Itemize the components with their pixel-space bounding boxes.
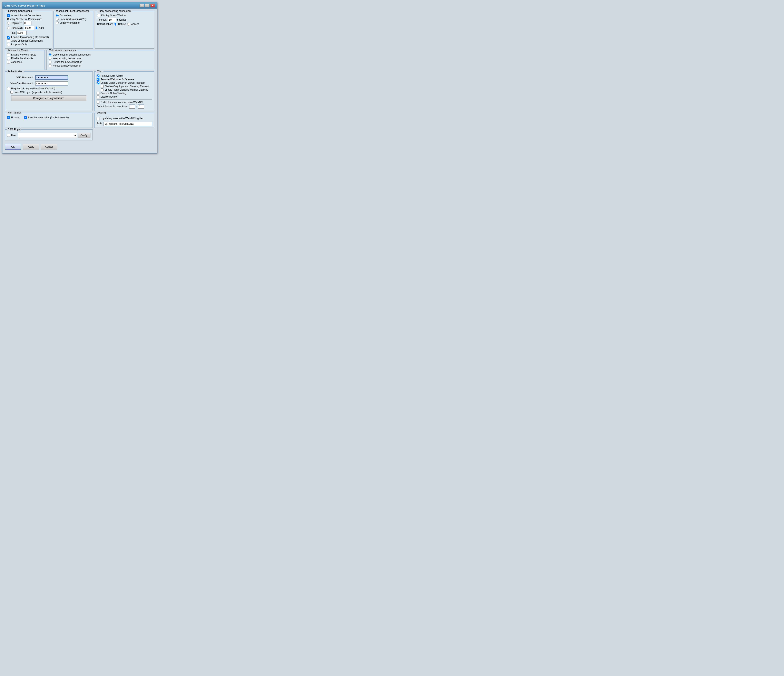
restore-button[interactable]: □	[145, 4, 149, 7]
keyboard-section: Keyboard & Mouse Disable Viewers inputs …	[5, 50, 45, 70]
display-label: Display	[11, 22, 19, 25]
title-bar-controls: ─ □ ✕	[140, 4, 155, 7]
display-radio[interactable]	[7, 22, 10, 25]
timeout-input[interactable]	[108, 18, 116, 22]
lock-workstation-radio[interactable]	[56, 18, 59, 20]
dsm-plugin-title: DSM Plugin	[7, 128, 21, 131]
keep-existing-label: Keep existing connections	[53, 57, 81, 60]
display-query-checkbox[interactable]	[97, 14, 100, 17]
accept-socket-checkbox[interactable]	[7, 14, 10, 17]
content-area: Incoming Connections Accept Socket Conne…	[2, 9, 157, 153]
when-last-section: When Last Client Disconnects Do Nothing …	[53, 11, 93, 48]
disable-only-inputs-checkbox[interactable]	[101, 85, 104, 88]
auth-title: Authentication	[7, 70, 24, 73]
configure-ms-logon-button[interactable]: Configure MS Logon Groups	[11, 95, 86, 101]
auto-radio[interactable]	[35, 26, 38, 30]
disable-tray-label: DisableTrayIcon	[100, 95, 118, 98]
view-only-input[interactable]	[35, 81, 68, 85]
ports-radio[interactable]	[7, 26, 10, 30]
ft-enable-checkbox[interactable]	[7, 116, 10, 119]
main-window: Ultr@VNC Server Property Page ─ □ ✕ Inco…	[2, 2, 157, 154]
do-nothing-radio[interactable]	[56, 14, 59, 17]
logoff-workstation-label: Logoff Workstation	[60, 22, 80, 24]
close-icon: ✕	[152, 5, 153, 7]
misc-section: Misc. Remove Aero (Vista) Remove Wallpap…	[94, 71, 154, 111]
dsm-select[interactable]	[18, 133, 77, 138]
close-button[interactable]: ✕	[150, 4, 155, 7]
refuse-all-new-label: Refuse all new connection	[53, 64, 81, 67]
user-impersonation-label: User impersonation (for Service only)	[28, 116, 68, 119]
forbid-close-checkbox[interactable]	[96, 101, 100, 104]
enable-alpha-checkbox[interactable]	[101, 89, 104, 91]
http-label: Http:	[11, 31, 16, 34]
disable-tray-checkbox[interactable]	[96, 95, 100, 98]
cancel-button[interactable]: Cancel	[41, 144, 57, 150]
disable-local-label: Disable Local inputs	[11, 57, 33, 60]
remove-aero-label: Remove Aero (Vista)	[100, 75, 123, 77]
lock-workstation-label: Lock Workstation (W2K)	[60, 18, 86, 20]
disable-viewers-checkbox[interactable]	[7, 53, 10, 56]
user-impersonation-checkbox[interactable]	[24, 116, 27, 119]
dsm-use-checkbox[interactable]	[7, 134, 10, 137]
refuse-radio[interactable]	[114, 23, 117, 25]
ft-enable-label: Enable	[11, 116, 19, 119]
refuse-new-radio[interactable]	[48, 61, 51, 64]
loopback-only-checkbox[interactable]	[7, 43, 10, 46]
when-last-title: When Last Client Disconnects	[55, 9, 90, 12]
http-port-input[interactable]	[16, 31, 26, 35]
log-debug-label: Log debug infos to the WinVNC.log file	[100, 117, 143, 120]
scale-value2-input[interactable]	[138, 104, 144, 109]
path-input[interactable]	[104, 122, 152, 126]
spacer	[94, 129, 154, 140]
middle-sections: Keyboard & Mouse Disable Viewers inputs …	[5, 50, 154, 70]
loopback-only-label: LoopbackOnly	[11, 43, 27, 46]
apply-button[interactable]: Apply	[23, 144, 39, 150]
capture-alpha-label: Capture Alpha-Blending	[100, 92, 126, 95]
remove-aero-checkbox[interactable]	[96, 75, 100, 77]
disable-local-checkbox[interactable]	[7, 57, 10, 60]
new-ms-logon-checkbox[interactable]	[11, 91, 13, 94]
default-scale-label: Default Server Screen Scale:	[96, 105, 128, 108]
enable-javaviewer-label: Enable JavaViewer (Http Connect)	[11, 36, 49, 39]
keep-existing-radio[interactable]	[48, 57, 51, 60]
refuse-all-new-radio[interactable]	[48, 64, 51, 67]
ok-button[interactable]: OK	[5, 144, 21, 150]
dsm-row-section: DSM Plugin Use : Config.	[5, 129, 154, 140]
allow-loopback-checkbox[interactable]	[7, 39, 10, 42]
disconnect-all-label: Disconnect all existing connections	[53, 53, 91, 56]
disconnect-all-radio[interactable]	[48, 53, 51, 56]
minimize-button[interactable]: ─	[140, 4, 144, 7]
new-ms-logon-label: New MS Logon (supports multiple domains)	[14, 91, 62, 94]
restore-icon: □	[146, 5, 148, 7]
enable-javaviewer-checkbox[interactable]	[7, 36, 10, 39]
remove-wallpaper-label: Remove Wallpaper for Viewers	[100, 78, 134, 81]
scale-value1-input[interactable]	[129, 104, 135, 109]
accept-radio[interactable]	[127, 23, 130, 25]
logging-title: Logging	[96, 111, 107, 114]
main-port-input[interactable]	[24, 26, 34, 30]
auto-label: Auto	[39, 26, 44, 30]
japanese-label: Japanese	[11, 61, 22, 64]
require-ms-logon-checkbox[interactable]	[7, 87, 10, 90]
japanese-checkbox[interactable]	[7, 61, 10, 64]
auth-section: Authentication VNC Password: View-Only P…	[5, 71, 93, 111]
seconds-label: seconds	[117, 19, 126, 21]
vnc-password-input[interactable]	[35, 75, 68, 80]
capture-alpha-checkbox[interactable]	[96, 92, 100, 95]
dsm-plugin-section: DSM Plugin Use : Config.	[5, 129, 93, 140]
log-debug-checkbox[interactable]	[96, 117, 100, 120]
logoff-workstation-radio[interactable]	[56, 22, 59, 24]
main-label: Main:	[17, 26, 23, 30]
dsm-config-button[interactable]: Config.	[78, 133, 90, 138]
dsm-use-label: Use :	[11, 134, 17, 137]
incoming-title: Incoming Connections	[7, 9, 33, 12]
file-transfer-section: File Transfer Enable User impersonation …	[5, 113, 93, 128]
display-value-input[interactable]	[23, 21, 31, 25]
bottom-sections: Authentication VNC Password: View-Only P…	[5, 71, 154, 111]
enable-blank-checkbox[interactable]	[96, 81, 100, 84]
file-transfer-title: File Transfer	[7, 111, 22, 114]
incoming-connections-section: Incoming Connections Accept Socket Conne…	[5, 11, 52, 48]
view-only-row: View-Only Password:	[7, 81, 90, 85]
minimize-icon: ─	[141, 5, 143, 7]
remove-wallpaper-checkbox[interactable]	[96, 78, 100, 81]
